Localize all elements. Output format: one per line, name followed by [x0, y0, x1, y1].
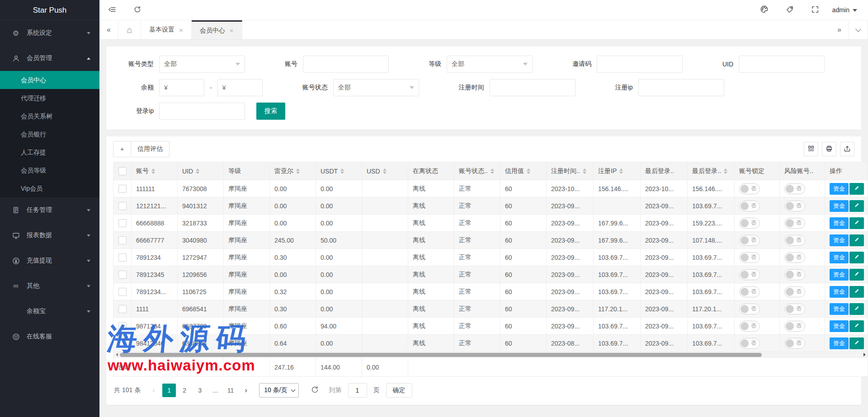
lock-switch[interactable]: 否 [739, 321, 760, 332]
sidebar-item-member-management[interactable]: 会员管理 [0, 46, 99, 71]
lock-switch[interactable]: 否 [739, 201, 760, 211]
level-select[interactable]: 全部 [447, 56, 533, 73]
lock-switch[interactable]: 否 [739, 218, 760, 229]
row-checkbox[interactable] [118, 219, 127, 227]
edit-button[interactable] [849, 337, 864, 349]
sidebar-item-member-level[interactable]: 会员等级 [0, 161, 99, 179]
sidebar-item-other[interactable]: ∞其他 [0, 273, 99, 299]
horizontal-scrollbar[interactable] [113, 352, 868, 358]
fund-button[interactable]: 资金 [830, 252, 849, 263]
risk-switch[interactable]: 否 [784, 286, 805, 297]
refresh-button[interactable] [125, 0, 150, 20]
fund-button[interactable]: 资金 [830, 217, 849, 229]
lock-switch[interactable]: 否 [739, 252, 760, 263]
select-all-checkbox[interactable] [118, 167, 127, 175]
sort-icon[interactable] [151, 169, 155, 174]
lock-switch[interactable]: 否 [739, 235, 760, 246]
goto-confirm-button[interactable]: 确定 [386, 383, 412, 398]
balance-max-input[interactable] [217, 79, 263, 96]
row-checkbox[interactable] [118, 185, 127, 193]
page-button-11[interactable]: 11 [224, 384, 237, 397]
tab-member-center[interactable]: 会员中心× [192, 20, 242, 39]
tabs-more-button[interactable] [849, 20, 868, 39]
sidebar-item-recharge-withdraw[interactable]: 充值提现 [0, 248, 99, 273]
risk-switch[interactable]: 否 [784, 269, 805, 280]
balance-min-input[interactable] [159, 79, 204, 96]
edit-button[interactable] [849, 200, 864, 212]
fund-button[interactable]: 资金 [830, 320, 849, 332]
page-button-3[interactable]: 3 [193, 384, 207, 397]
edit-button[interactable] [849, 217, 864, 229]
next-page-button[interactable]: › [240, 386, 252, 394]
fund-button[interactable]: 资金 [830, 269, 849, 281]
fund-button[interactable]: 资金 [830, 234, 849, 246]
risk-switch[interactable]: 否 [784, 235, 805, 246]
sort-icon[interactable] [296, 169, 300, 174]
lock-switch[interactable]: 否 [739, 269, 760, 280]
row-checkbox[interactable] [118, 271, 127, 279]
row-checkbox[interactable] [118, 253, 127, 262]
fund-button[interactable]: 资金 [830, 183, 849, 195]
risk-switch[interactable]: 否 [784, 183, 805, 194]
add-button[interactable]: + [113, 141, 131, 157]
edit-button[interactable] [849, 320, 864, 332]
risk-switch[interactable]: 否 [784, 321, 805, 332]
edit-button[interactable] [849, 269, 864, 281]
row-checkbox[interactable] [118, 322, 127, 330]
sort-icon[interactable] [196, 169, 199, 174]
sort-icon[interactable] [724, 169, 727, 174]
tab-home[interactable]: ⌂ [118, 20, 141, 39]
fund-button[interactable]: 资金 [830, 337, 849, 349]
scrollbar-thumb[interactable] [120, 353, 762, 357]
row-checkbox[interactable] [118, 305, 127, 313]
scroll-left-arrow-icon[interactable] [113, 353, 120, 356]
sidebar-item-vip-member[interactable]: Vip会员 [0, 179, 99, 197]
row-checkbox[interactable] [118, 288, 127, 296]
reg-ip-input[interactable] [638, 79, 724, 96]
sidebar-item-member-tree[interactable]: 会员关系树 [0, 107, 99, 125]
columns-filter-button[interactable] [804, 142, 818, 156]
row-checkbox[interactable] [118, 339, 127, 347]
credit-eval-button[interactable]: 信用评估 [131, 141, 170, 157]
sidebar-item-report-data[interactable]: 报表数据 [0, 223, 99, 248]
close-icon[interactable]: × [230, 27, 234, 34]
collapse-sidebar-button[interactable] [99, 0, 125, 20]
sidebar-item-member-bank[interactable]: 会员银行 [0, 125, 99, 143]
sort-icon[interactable] [383, 169, 387, 174]
fund-button[interactable]: 资金 [830, 200, 849, 212]
edit-button[interactable] [849, 234, 864, 246]
sidebar-item-manual-deposit[interactable]: 人工存提 [0, 143, 99, 161]
fullscreen-button[interactable] [802, 0, 828, 20]
theme-button[interactable] [752, 0, 777, 20]
risk-switch[interactable]: 否 [784, 218, 805, 229]
row-checkbox[interactable] [118, 202, 127, 210]
tabs-scroll-right-button[interactable]: » [830, 20, 849, 39]
edit-button[interactable] [849, 303, 864, 315]
account-type-select[interactable]: 全部 [159, 56, 245, 73]
close-icon[interactable]: × [179, 26, 183, 34]
user-menu[interactable]: admin [828, 6, 868, 14]
sort-icon[interactable] [340, 169, 344, 174]
sort-icon[interactable] [619, 169, 623, 174]
sidebar-item-yuebao[interactable]: 余额宝 [0, 299, 99, 324]
uid-input[interactable] [739, 56, 825, 73]
risk-switch[interactable]: 否 [784, 304, 805, 314]
sort-icon[interactable] [491, 169, 494, 174]
pagination-refresh-button[interactable] [311, 385, 319, 395]
risk-switch[interactable]: 否 [784, 201, 805, 211]
goto-page-input[interactable] [348, 383, 367, 398]
edit-button[interactable] [849, 252, 864, 263]
print-button[interactable] [822, 142, 836, 156]
page-button-1[interactable]: 1 [162, 384, 176, 397]
reg-time-input[interactable] [490, 79, 576, 96]
risk-switch[interactable]: 否 [784, 252, 805, 263]
page-size-select[interactable]: 10 条/页 [259, 383, 298, 398]
tag-button[interactable] [777, 0, 802, 20]
sort-icon[interactable] [527, 169, 530, 174]
sidebar-item-member-center[interactable]: 会员中心 [0, 71, 99, 89]
sidebar-item-task-management[interactable]: 任务管理 [0, 197, 99, 223]
account-input[interactable] [303, 56, 389, 73]
tabs-scroll-left-button[interactable]: « [99, 20, 118, 39]
scroll-right-arrow-icon[interactable] [861, 353, 868, 356]
edit-button[interactable] [849, 183, 864, 195]
